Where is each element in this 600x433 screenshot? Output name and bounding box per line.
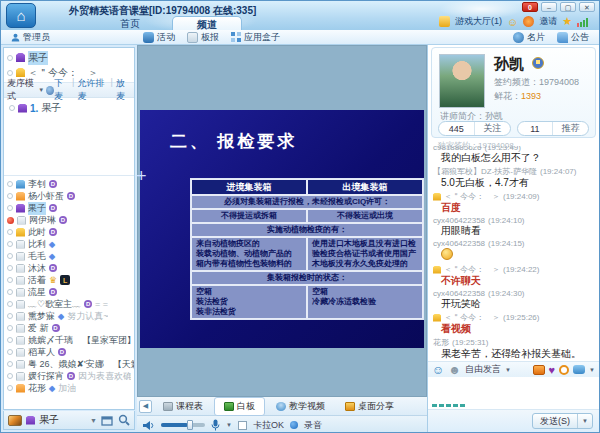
radio-indicator xyxy=(7,301,13,307)
namecard-button[interactable]: 名片 xyxy=(507,31,551,44)
close-button[interactable]: ✕ xyxy=(579,2,595,12)
volume-slider[interactable] xyxy=(161,423,205,427)
follow-button[interactable]: 445 关注 xyxy=(438,121,511,136)
user-list-item[interactable]: 比利 L xyxy=(4,238,134,250)
vest-icon xyxy=(16,240,25,249)
user-list-item[interactable]: 活着 L xyxy=(4,274,134,286)
message-sender[interactable]: cyx406422358 xyxy=(433,216,485,225)
user-list-item[interactable]: ﹏♡歌室主﹏ L = = xyxy=(4,298,134,310)
user-list-item[interactable]: 粤 26、娥娘✘'安娜 【天籁歌手】 L xyxy=(4,358,134,370)
user-list-item[interactable]: 姚嫔〆千璃 【皇家军团】 L xyxy=(4,334,134,346)
alarm-icon[interactable] xyxy=(559,365,569,375)
teacher-avatar[interactable] xyxy=(439,54,485,108)
send-button[interactable]: 发送(S) xyxy=(533,414,577,428)
user-list-item[interactable]: 流星 L xyxy=(4,286,134,298)
recommend-button[interactable]: 11 推荐 xyxy=(517,121,590,136)
restore-button[interactable]: ▢ xyxy=(560,2,576,12)
tab-desktop-share[interactable]: 桌面分享 xyxy=(336,398,403,415)
admin-button[interactable]: 管理员 xyxy=(5,31,56,44)
message-sender[interactable]: ＜＂今今： ＞ xyxy=(444,191,500,202)
user-list-item[interactable]: 果子 L xyxy=(4,202,134,214)
mic-queue: 1. 果子 xyxy=(4,98,134,176)
vest-icon xyxy=(16,324,25,333)
chat-messages[interactable]: 电台 这个都不会 【霜狼军校】DZ-扶苏-萨华隆 (19:23:38) 电台 真… xyxy=(428,146,599,361)
board-button[interactable]: 板报 xyxy=(181,31,225,44)
chevron-down-icon[interactable]: ▼ xyxy=(90,417,97,424)
user-list-item[interactable]: 毛毛 L xyxy=(4,250,134,262)
search-icon[interactable] xyxy=(118,414,130,426)
message-sender[interactable]: 【霜狼军校】DZ-扶苏-萨华隆 xyxy=(433,166,537,177)
activity-button[interactable]: 活动 xyxy=(137,31,181,44)
chevron-down-icon[interactable]: ▼ xyxy=(38,87,44,93)
whiteboard-area[interactable]: + 二、 报检要求 进境集装箱 出境集装箱 必须对集装箱进行报检，未经报检或CI… xyxy=(137,45,427,397)
emoticon-icon[interactable]: ☺ xyxy=(432,364,444,376)
emoticon2-icon[interactable]: ☻ xyxy=(448,364,461,376)
badge-icon xyxy=(49,228,57,236)
karaoke-checkbox[interactable] xyxy=(238,421,247,430)
mic-queue-item[interactable]: 1. 果子 xyxy=(6,102,132,114)
chevron-down-icon[interactable]: ▼ xyxy=(589,367,595,373)
message-text: 电台 不许聊天 xyxy=(433,275,594,287)
message-bubble-icon[interactable] xyxy=(573,365,585,374)
minimize-button[interactable]: – xyxy=(541,2,557,12)
microphone-icon[interactable] xyxy=(211,419,220,431)
notification-badge[interactable]: 0 xyxy=(522,2,538,12)
badge-icon xyxy=(52,324,60,332)
collapse-icon[interactable]: ◀ xyxy=(139,400,152,413)
game-icon: L xyxy=(60,275,70,285)
message-sender[interactable]: cyx406422358 xyxy=(433,289,485,298)
tv-icon[interactable] xyxy=(533,365,545,375)
app-logo-icon[interactable]: ⌂ xyxy=(6,3,36,28)
tab-channel[interactable]: 频道 xyxy=(172,16,242,30)
message-header: cyx406422358 (19:24:10) xyxy=(433,216,594,225)
chevron-down-icon[interactable]: ▼ xyxy=(226,422,232,428)
user-list-item[interactable]: 杨小虾蛋 L xyxy=(4,190,134,202)
message-sender[interactable]: ＜＂今今： ＞ xyxy=(444,312,500,323)
send-options-dropdown[interactable]: ▼ xyxy=(577,414,592,428)
record-icon[interactable] xyxy=(290,421,298,429)
user-list-item[interactable]: 此时 L xyxy=(4,226,134,238)
tab-teaching-video[interactable]: 教学视频 xyxy=(267,398,334,415)
tab-home[interactable]: 首页 xyxy=(96,16,164,30)
user-list-item[interactable]: 熏梦寐 L 努力认真~ xyxy=(4,310,134,322)
announcement-button[interactable]: 公告 xyxy=(551,31,595,44)
speaker-icon[interactable] xyxy=(143,420,155,431)
radio-indicator xyxy=(7,265,13,271)
user-list-item[interactable]: 网伊琳 L xyxy=(4,214,134,226)
chat-input-area[interactable] xyxy=(428,377,599,410)
photo-icon[interactable] xyxy=(8,415,22,426)
message-sender[interactable]: 花形 xyxy=(433,337,449,348)
announcement-icon xyxy=(557,32,568,43)
user-list-item[interactable]: 沐沐 L xyxy=(4,262,134,274)
user-list-item[interactable]: 媛行探宵 L 因为表喜欢确定无疑 xyxy=(4,370,134,382)
user-list-item[interactable]: 爱 新 L xyxy=(4,322,134,334)
badge-icon xyxy=(84,300,92,308)
speech-mode-select[interactable]: 自由发言 xyxy=(465,363,501,376)
tab-schedule[interactable]: 课程表 xyxy=(154,398,212,415)
invite-label[interactable]: 邀请 xyxy=(539,15,557,28)
chevron-down-icon[interactable]: ▼ xyxy=(505,367,511,373)
appbox-button[interactable]: 应用盒子 xyxy=(225,31,286,44)
signed-channel-line: 签约频道：19794008 xyxy=(494,76,579,89)
chat-message: cyx406422358 (19:24:30) 电台 开玩笑哈 xyxy=(428,288,599,311)
message-text: 电台 看视频 xyxy=(433,323,594,335)
tab-whiteboard[interactable]: 白板 xyxy=(214,397,265,416)
lobby-label[interactable]: 游戏大厅(1) xyxy=(455,15,502,28)
new-window-icon[interactable] xyxy=(101,415,114,426)
radio-indicator xyxy=(7,313,13,319)
vest-icon xyxy=(16,288,25,297)
star-icon[interactable]: ★ xyxy=(562,15,572,28)
user-list-item[interactable]: 李钊 L xyxy=(4,178,134,190)
table-cell: 空箱装法检货装非法检货 xyxy=(191,285,307,319)
user-list-item[interactable]: 花形 L 加油 xyxy=(4,382,134,394)
message-text: 电台 5.0无白板，4.7才有 xyxy=(433,177,594,189)
radio-indicator xyxy=(7,241,13,247)
speaker-row[interactable]: 果子 xyxy=(4,50,134,65)
badge-icon xyxy=(49,180,57,188)
record-label[interactable]: 录音 xyxy=(304,419,322,432)
smiley-icon[interactable]: ☺ xyxy=(507,16,518,28)
message-sender[interactable]: ＜＂今今： ＞ xyxy=(444,264,500,275)
message-sender[interactable]: cyx406422358 xyxy=(433,239,485,248)
user-list-item[interactable]: 稻草人 L xyxy=(4,346,134,358)
heart-icon[interactable]: ♥ xyxy=(549,364,556,376)
